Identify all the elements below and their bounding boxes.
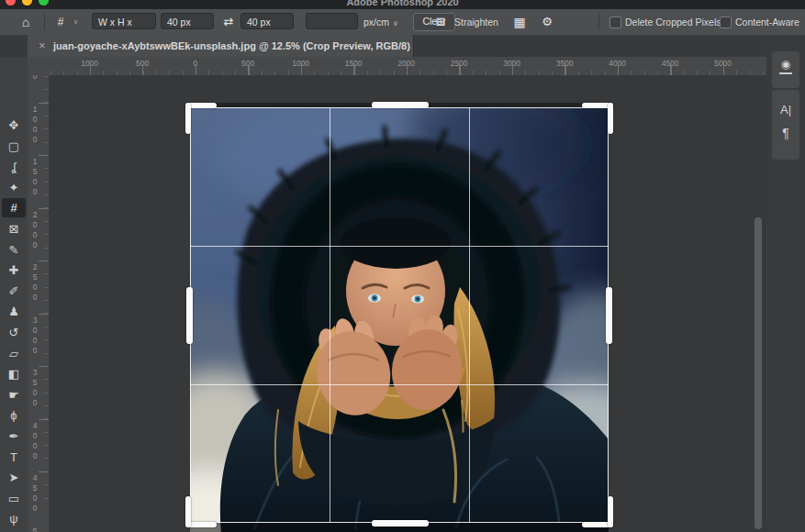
photoshop-window: Adobe Photoshop 2020 ⌂ # ∨ W x H x Reso.… [0, 0, 805, 532]
ruler-label: 500 [241, 59, 254, 68]
document-tab-bar: × juan-goyache-xAybtswwBEk-unsplash.jpg … [0, 35, 766, 57]
horizontal-ruler[interactable]: 1000500050010001500200025003000350040004… [49, 57, 766, 76]
home-icon[interactable]: ⌂ [17, 9, 35, 35]
character-panel-icon[interactable]: A| [772, 99, 799, 121]
crop-handle-top-right[interactable] [582, 103, 613, 134]
chevron-down-icon[interactable]: ∨ [73, 9, 78, 35]
properties-icon-bar [779, 72, 792, 74]
type-tool[interactable]: T [2, 448, 26, 467]
rule-of-thirds-line [191, 384, 608, 385]
divider [598, 14, 599, 30]
app-title: Adobe Photoshop 2020 [0, 0, 805, 7]
ruler-label: 4 5 0 0 [28, 473, 42, 514]
history-brush-tool[interactable]: ↺ [2, 323, 26, 342]
right-panel-dock: ◉ A| ¶ [766, 35, 805, 532]
crop-handle-bottom-left[interactable] [185, 496, 217, 527]
frame-tool[interactable]: ⊠ [2, 219, 26, 238]
chevron-down-icon: ∨ [393, 19, 398, 28]
tools-panel: ✥▢ʆ✦#⊠✎✚✐♟↺▱◧☛ϕ✒T➤▭ψ⌕••• [0, 57, 28, 532]
crop-preset-dropdown[interactable]: W x H x Reso...∨ [92, 13, 156, 29]
pen-tool[interactable]: ✒ [2, 427, 26, 446]
ruler-label: 3500 [556, 59, 574, 68]
ruler-label: 2500 [451, 59, 468, 68]
delete-cropped-pixels-label: Delete Cropped Pixels [625, 9, 721, 35]
document-tab-title: juan-goyache-xAybtswwBEk-unsplash.jpg @ … [53, 35, 410, 58]
lasso-tool[interactable]: ʆ [2, 157, 26, 176]
crop-settings-gear-icon[interactable]: ⚙ [538, 9, 556, 35]
crop-resolution-input[interactable] [306, 13, 358, 29]
eyedropper-tool[interactable]: ✎ [2, 240, 26, 260]
ruler-label: 1 5 0 0 [28, 157, 42, 197]
rule-of-thirds-line [191, 246, 608, 247]
rule-of-thirds-line [330, 108, 330, 522]
brush-tool[interactable]: ✐ [2, 282, 26, 301]
dodge-tool[interactable]: ϕ [2, 405, 26, 425]
divider [44, 14, 45, 30]
ruler-label: 2 0 0 0 [28, 210, 42, 250]
swap-dimensions-icon[interactable]: ⇄ [220, 9, 237, 35]
resolution-unit-value: px/cm [363, 17, 389, 28]
content-aware-label: Content-Aware [735, 9, 799, 35]
straighten-label[interactable]: Straighten [454, 9, 498, 35]
move-tool[interactable]: ✥ [2, 116, 26, 135]
content-aware-checkbox[interactable] [720, 17, 732, 28]
overlay-options-icon[interactable]: ▦ [510, 9, 529, 35]
crop-handle-bottom-right[interactable] [582, 496, 613, 527]
healing-brush-tool[interactable]: ✚ [2, 260, 26, 280]
shape-tool[interactable]: ▭ [2, 489, 26, 508]
crop-tool-icon[interactable]: # [51, 9, 70, 35]
vertical-ruler[interactable]: 5 0 01 0 0 01 5 0 02 0 0 02 5 0 03 0 0 0… [28, 75, 50, 532]
ruler-label: 2 5 0 0 [28, 262, 42, 303]
crop-tool[interactable]: # [2, 198, 26, 217]
crop-handle-left[interactable] [186, 287, 193, 344]
ruler-label: 1500 [345, 59, 363, 68]
ruler-label: 3000 [503, 59, 520, 68]
ruler-label: 4500 [662, 59, 679, 68]
ruler-label: 3 0 0 0 [28, 316, 42, 356]
ruler-label: 4 0 0 0 [28, 421, 42, 461]
delete-cropped-pixels-checkbox[interactable] [609, 17, 621, 28]
crop-height-input[interactable]: 40 px [240, 13, 294, 29]
properties-icon: ◉ [772, 57, 799, 72]
ruler-origin-corner[interactable] [28, 57, 50, 76]
type-panels-group: A| ¶ [772, 90, 799, 160]
ruler-label: 4000 [609, 59, 626, 68]
crop-bounding-box[interactable] [190, 107, 609, 523]
paragraph-panel-icon[interactable]: ¶ [772, 121, 799, 145]
properties-panel-button[interactable]: ◉ [772, 51, 799, 88]
close-tab-icon[interactable]: × [39, 35, 46, 57]
document-tab[interactable]: × juan-goyache-xAybtswwBEk-unsplash.jpg … [28, 35, 414, 57]
crop-handle-top[interactable] [372, 102, 429, 108]
crop-width-input[interactable]: 40 px [161, 13, 214, 29]
ruler-label: 1000 [81, 59, 98, 68]
straighten-icon[interactable]: ⊟ [431, 9, 450, 35]
quick-selection-tool[interactable]: ✦ [2, 178, 26, 197]
resolution-unit-dropdown[interactable]: px/cm∨ [363, 9, 398, 35]
ruler-label: 5 0 0 [28, 75, 42, 82]
vertical-scrollbar[interactable] [755, 217, 762, 529]
ruler-label: 1 0 0 0 [28, 105, 42, 145]
eraser-tool[interactable]: ▱ [2, 344, 26, 363]
crop-options-bar: ⌂ # ∨ W x H x Reso...∨ 40 px ⇄ 40 px px/… [0, 9, 805, 36]
smudge-tool[interactable]: ☛ [2, 385, 26, 405]
marquee-tool[interactable]: ▢ [2, 137, 26, 156]
crop-handle-top-left[interactable] [185, 103, 217, 134]
ruler-label: 2000 [397, 59, 415, 68]
ruler-label: 5000 [714, 59, 732, 68]
hand-tool[interactable]: ψ [2, 509, 26, 528]
gradient-tool[interactable]: ◧ [2, 364, 26, 383]
crop-handle-right[interactable] [606, 287, 612, 344]
ruler-label: 1000 [292, 59, 309, 68]
crop-handle-bottom[interactable] [372, 520, 429, 526]
path-selection-tool[interactable]: ➤ [2, 468, 26, 487]
rule-of-thirds-line [469, 108, 470, 522]
ruler-label: 3 5 0 0 [28, 368, 42, 408]
clone-stamp-tool[interactable]: ♟ [2, 302, 26, 321]
titlebar: Adobe Photoshop 2020 [0, 0, 805, 9]
ruler-label: 5 0 0 0 [28, 526, 42, 532]
ruler-label: 500 [136, 59, 149, 68]
ruler-label: 0 [194, 59, 198, 68]
canvas-area[interactable] [49, 75, 766, 532]
